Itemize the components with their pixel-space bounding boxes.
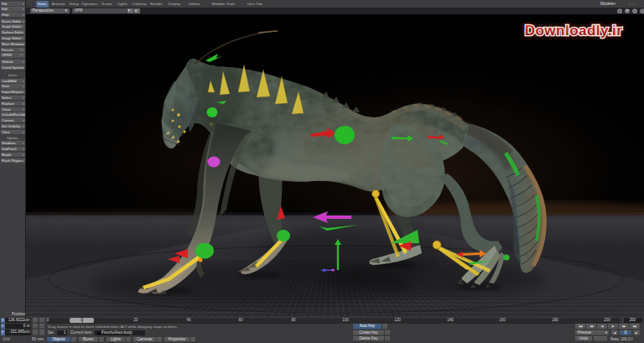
svg-text:Downloadly.ir: Downloadly.ir — [525, 23, 623, 39]
